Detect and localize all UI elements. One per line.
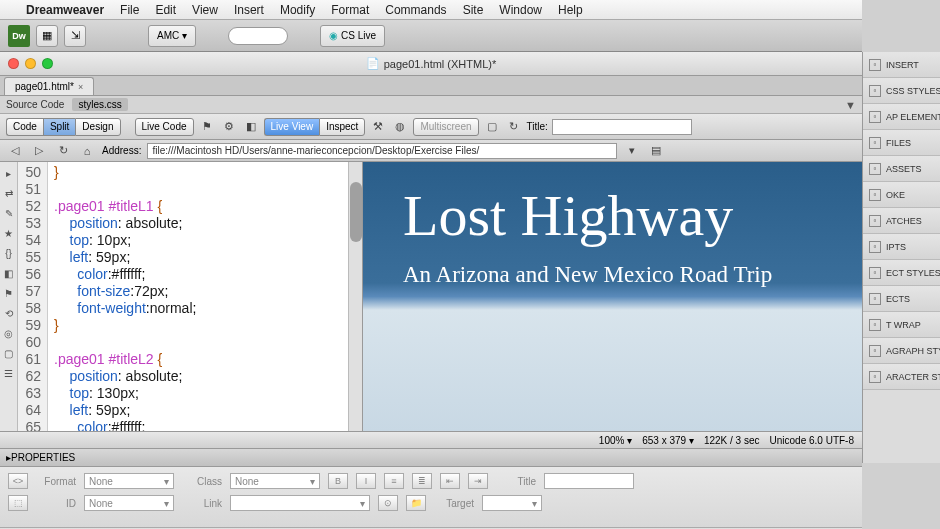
check-icon[interactable]: ⚑ [198, 118, 216, 136]
home-icon[interactable]: ⌂ [78, 142, 96, 160]
refresh-icon[interactable]: ↻ [505, 118, 523, 136]
split-view-button[interactable]: Split [43, 118, 75, 136]
close-window-button[interactable] [8, 58, 19, 69]
code-view-button[interactable]: Code [6, 118, 43, 136]
document-titlebar: 📄page01.html (XHTML)* [0, 52, 862, 76]
encoding-readout[interactable]: Unicode 6.0 UTF-8 [770, 435, 854, 446]
forward-icon[interactable]: ▷ [30, 142, 48, 160]
code-text[interactable]: }.page01 #titleL1 { position: absolute; … [48, 162, 196, 431]
panel-oke[interactable]: ▫OKE [863, 182, 940, 208]
window-icon[interactable]: ▢ [483, 118, 501, 136]
address-input[interactable] [147, 143, 617, 159]
source-row: Source Code styles.css ▼ [0, 96, 862, 114]
dimensions-readout[interactable]: 653 x 379 ▾ [642, 435, 694, 446]
gutter-icon[interactable]: ◎ [2, 326, 16, 340]
link-field[interactable]: ▾ [230, 495, 370, 511]
server-icon[interactable]: ⚙ [220, 118, 238, 136]
globe-icon[interactable]: ◍ [391, 118, 409, 136]
minimize-window-button[interactable] [25, 58, 36, 69]
panel-agraph styles[interactable]: ▫AGRAPH STYLES [863, 338, 940, 364]
expand-icon[interactable]: ⇲ [64, 25, 86, 47]
options-icon[interactable]: ▾ [623, 142, 641, 160]
class-dropdown[interactable]: None▾ [230, 473, 320, 489]
cslive-button[interactable]: ◉CS Live [320, 25, 385, 47]
list-ol-button[interactable]: ≣ [412, 473, 432, 489]
file-icon: 📄 [366, 57, 380, 70]
gutter-icon[interactable]: ▢ [2, 346, 16, 360]
bold-button[interactable]: B [328, 473, 348, 489]
nav-icon[interactable]: ◧ [242, 118, 260, 136]
app-menu[interactable]: Dreamweaver [26, 3, 104, 17]
tool-icon[interactable]: ⚒ [369, 118, 387, 136]
menu-file[interactable]: File [120, 3, 139, 17]
live-view-button[interactable]: Live View [264, 118, 320, 136]
properties-header[interactable]: ▸ PROPERTIES [0, 449, 862, 467]
panel-assets[interactable]: ▫ASSETS [863, 156, 940, 182]
settings-icon[interactable]: ▤ [647, 142, 665, 160]
menu-site[interactable]: Site [463, 3, 484, 17]
filter-icon[interactable]: ▼ [845, 99, 856, 111]
italic-button[interactable]: I [356, 473, 376, 489]
panel-ects[interactable]: ▫ECTS [863, 286, 940, 312]
panel-insert[interactable]: ▫INSERT [863, 52, 940, 78]
zoom-level[interactable]: 100% ▾ [599, 435, 632, 446]
panel-ipts[interactable]: ▫IPTS [863, 234, 940, 260]
live-code-button[interactable]: Live Code [135, 118, 194, 136]
gutter-icon[interactable]: ◧ [2, 266, 16, 280]
tab-page01[interactable]: page01.html*× [4, 77, 94, 95]
gutter-icon[interactable]: ⇄ [2, 186, 16, 200]
design-view-button[interactable]: Design [75, 118, 120, 136]
menu-insert[interactable]: Insert [234, 3, 264, 17]
panel-t wrap[interactable]: ▫T WRAP [863, 312, 940, 338]
reload-icon[interactable]: ↻ [54, 142, 72, 160]
gutter-icon[interactable]: ⟲ [2, 306, 16, 320]
multiscreen-button[interactable]: Multiscreen [413, 118, 478, 136]
document-tabs: page01.html*× [0, 76, 862, 96]
source-code-label[interactable]: Source Code [6, 99, 64, 110]
zoom-window-button[interactable] [42, 58, 53, 69]
html-mode-icon[interactable]: <> [8, 473, 28, 489]
workspace-dropdown[interactable]: AMC ▾ [148, 25, 196, 47]
panel-atches[interactable]: ▫ATCHES [863, 208, 940, 234]
menu-help[interactable]: Help [558, 3, 583, 17]
panel-ap elements[interactable]: ▫AP ELEMENTS [863, 104, 940, 130]
id-dropdown[interactable]: None▾ [84, 495, 174, 511]
link-browse-icon[interactable]: 📁 [406, 495, 426, 511]
gutter-icon[interactable]: {} [2, 246, 16, 260]
format-dropdown[interactable]: None▾ [84, 473, 174, 489]
gutter-icon[interactable]: ▸ [2, 166, 16, 180]
gutter-icon[interactable]: ✎ [2, 206, 16, 220]
menu-view[interactable]: View [192, 3, 218, 17]
menu-modify[interactable]: Modify [280, 3, 315, 17]
inspect-button[interactable]: Inspect [319, 118, 365, 136]
search-input[interactable] [228, 27, 288, 45]
panel-files[interactable]: ▫FILES [863, 130, 940, 156]
indent-button[interactable]: ⇥ [468, 473, 488, 489]
gutter-icon[interactable]: ☰ [2, 366, 16, 380]
menu-edit[interactable]: Edit [155, 3, 176, 17]
gutter-icon[interactable]: ⚑ [2, 286, 16, 300]
panel-ect styles[interactable]: ▫ECT STYLES [863, 260, 940, 286]
gutter-icon[interactable]: ★ [2, 226, 16, 240]
scroll-thumb[interactable] [350, 182, 362, 242]
panel-aracter styles[interactable]: ▫ARACTER STYLES [863, 364, 940, 390]
panel-css styles[interactable]: ▫CSS STYLES [863, 78, 940, 104]
code-editor[interactable]: 505152535455565758596061626364656667 }.p… [18, 162, 363, 431]
scrollbar[interactable] [348, 162, 362, 431]
link-point-icon[interactable]: ⊙ [378, 495, 398, 511]
live-preview[interactable]: Lost Highway An Arizona and New Mexico R… [363, 162, 862, 431]
title-input[interactable] [552, 119, 692, 135]
menu-window[interactable]: Window [499, 3, 542, 17]
line-numbers: 505152535455565758596061626364656667 [18, 162, 48, 431]
css-mode-icon[interactable]: ⬚ [8, 495, 28, 511]
menu-commands[interactable]: Commands [385, 3, 446, 17]
back-icon[interactable]: ◁ [6, 142, 24, 160]
target-dropdown[interactable]: ▾ [482, 495, 542, 511]
layout-icon[interactable]: ▦ [36, 25, 58, 47]
menu-format[interactable]: Format [331, 3, 369, 17]
close-tab-icon[interactable]: × [78, 82, 83, 92]
related-file[interactable]: styles.css [72, 98, 127, 111]
outdent-button[interactable]: ⇤ [440, 473, 460, 489]
title-field[interactable] [544, 473, 634, 489]
list-ul-button[interactable]: ≡ [384, 473, 404, 489]
